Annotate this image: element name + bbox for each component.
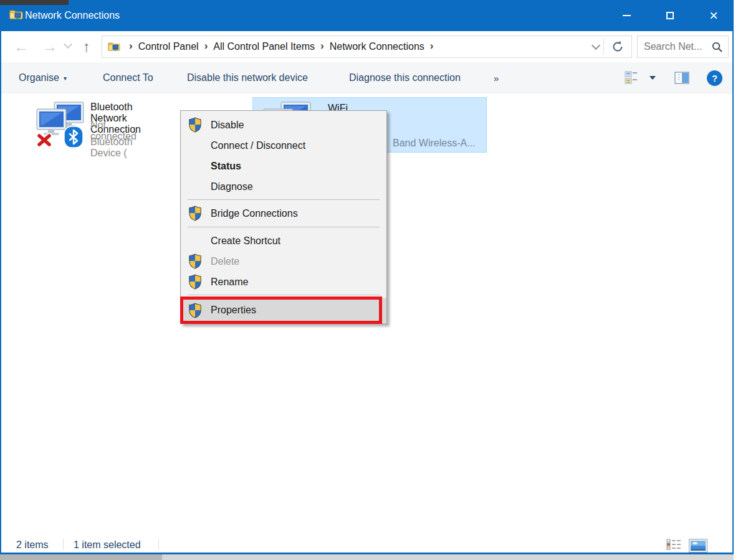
- uac-shield-icon: [188, 254, 202, 272]
- thumbnail-view-icon: [689, 539, 707, 553]
- breadcrumb-chevron-icon: ›: [123, 40, 138, 52]
- menu-item-bridge-connections[interactable]: Bridge Connections: [181, 203, 386, 224]
- chevron-down-icon: ▾: [64, 75, 67, 82]
- menu-item-properties[interactable]: Properties: [181, 298, 386, 323]
- menu-label-create-shortcut: Create Shortcut: [211, 235, 280, 247]
- diagnose-connection-button[interactable]: Diagnose this connection: [349, 62, 461, 93]
- folder-icon: [108, 41, 120, 54]
- organise-label: Organise: [19, 72, 59, 83]
- refresh-icon[interactable]: [610, 39, 625, 57]
- preview-pane-button[interactable]: [674, 62, 689, 93]
- breadcrumb-chevron-icon: ›: [199, 40, 214, 52]
- command-toolbar: Organise ▾ Connect To Disable this netwo…: [1, 62, 732, 93]
- menu-label-bridge-connections: Bridge Connections: [211, 208, 298, 219]
- background-strip: [0, 554, 162, 560]
- menu-label-status: Status: [211, 161, 241, 172]
- menu-item-delete[interactable]: Delete: [181, 251, 386, 272]
- address-bar: ← → ↑ › Control Panel › All Cont: [1, 31, 732, 62]
- diagnose-connection-label: Diagnose this connection: [349, 72, 461, 83]
- organise-button[interactable]: Organise ▾: [19, 62, 67, 93]
- minimize-icon: [623, 15, 631, 16]
- search-icon[interactable]: [711, 41, 723, 55]
- history-chevron-icon[interactable]: [65, 42, 71, 49]
- selected-count: 1 item selected: [74, 539, 141, 551]
- uac-shield-icon: [188, 206, 202, 224]
- breadcrumb-chevron-icon: ›: [424, 40, 439, 52]
- help-button[interactable]: ?: [706, 62, 723, 93]
- network-connections-window: Network Connections × ← → ↑: [0, 0, 734, 554]
- background-strip: [162, 554, 734, 560]
- maximize-icon: [666, 12, 674, 19]
- breadcrumb: › Control Panel › All Control Panel Item…: [123, 36, 439, 57]
- address-box[interactable]: › Control Panel › All Control Panel Item…: [102, 36, 632, 58]
- more-commands-label: »: [494, 73, 499, 83]
- menu-separator: [188, 295, 380, 295]
- breadcrumb-all-items[interactable]: All Control Panel Items: [213, 41, 315, 52]
- disable-device-label: Disable this network device: [187, 72, 308, 83]
- disable-device-button[interactable]: Disable this network device: [187, 62, 308, 93]
- screen: Network Connections × ← → ↑: [0, 0, 738, 560]
- breadcrumb-control-panel[interactable]: Control Panel: [138, 41, 199, 52]
- menu-label-diagnose: Diagnose: [211, 181, 253, 192]
- menu-label-delete: Delete: [211, 256, 239, 267]
- network-folder-icon: [9, 9, 23, 22]
- back-icon[interactable]: ←: [14, 37, 29, 56]
- details-view-icon: [666, 539, 681, 551]
- menu-item-connect-disconnect[interactable]: Connect / Disconnect: [181, 135, 386, 156]
- chevron-down-icon[interactable]: [649, 76, 656, 80]
- wifi-device: Band Wireless-A...: [393, 138, 475, 149]
- minimize-button[interactable]: [608, 0, 645, 31]
- connect-to-button[interactable]: Connect To: [103, 62, 153, 93]
- maximize-button[interactable]: [652, 0, 688, 31]
- uac-shield-icon: [188, 274, 202, 292]
- status-divider: [158, 539, 159, 550]
- dropdown-chevron-icon[interactable]: [593, 44, 599, 50]
- help-icon: ?: [706, 70, 723, 87]
- menu-item-disable[interactable]: Disable: [181, 115, 386, 135]
- bluetooth-connection-icon: [36, 102, 87, 151]
- change-view-icon: [625, 71, 638, 85]
- menu-label-rename: Rename: [211, 277, 248, 288]
- menu-separator: [188, 199, 380, 200]
- bluetooth-device: Bluetooth Device (: [90, 136, 133, 159]
- search-box[interactable]: [637, 36, 729, 58]
- menu-item-diagnose[interactable]: Diagnose: [181, 176, 386, 197]
- change-view-button[interactable]: [625, 62, 638, 93]
- close-icon: ×: [709, 8, 718, 23]
- status-bar: 2 items 1 item selected: [1, 538, 732, 553]
- menu-item-create-shortcut[interactable]: Create Shortcut: [181, 230, 386, 251]
- menu-item-status[interactable]: Status: [181, 156, 386, 176]
- background-window-edge: [0, 0, 69, 5]
- more-commands-button[interactable]: »: [494, 62, 499, 93]
- search-input[interactable]: [644, 38, 711, 55]
- context-menu: Disable Connect / Disconnect Status Diag…: [180, 110, 387, 324]
- up-icon[interactable]: ↑: [83, 37, 90, 56]
- title-bar: Network Connections ×: [0, 0, 734, 31]
- menu-label-properties: Properties: [211, 305, 256, 316]
- uac-shield-icon: [188, 303, 202, 321]
- address-divider: [603, 39, 604, 55]
- items-count: 2 items: [16, 539, 49, 551]
- breadcrumb-chevron-icon: ›: [315, 40, 330, 52]
- connect-to-label: Connect To: [103, 72, 153, 83]
- preview-pane-icon: [674, 72, 689, 84]
- window-title: Network Connections: [25, 10, 120, 21]
- window-border: [0, 31, 1, 554]
- uac-shield-icon: [188, 117, 202, 135]
- window-border: [732, 0, 734, 554]
- status-divider: [63, 539, 64, 550]
- breadcrumb-network-connections[interactable]: Network Connections: [330, 41, 424, 52]
- menu-item-rename[interactable]: Rename: [181, 272, 386, 292]
- forward-icon[interactable]: →: [42, 37, 57, 56]
- menu-label-connect-disconnect: Connect / Disconnect: [211, 140, 305, 151]
- menu-separator: [188, 227, 380, 227]
- menu-label-disable: Disable: [211, 120, 244, 131]
- svg-text:?: ?: [712, 73, 717, 83]
- close-button[interactable]: ×: [696, 0, 732, 31]
